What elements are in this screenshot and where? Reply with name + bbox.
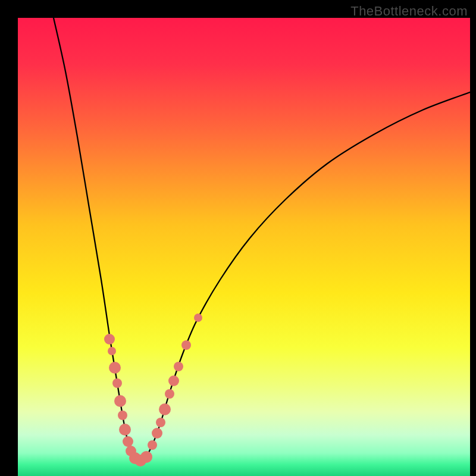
data-dot (119, 424, 131, 436)
curve-layer (18, 18, 470, 476)
data-dot (112, 378, 122, 388)
data-dot (168, 375, 179, 386)
bottleneck-curve (54, 18, 470, 462)
data-dot (181, 340, 191, 350)
data-dot (148, 440, 157, 450)
data-dot (174, 362, 183, 371)
data-dot (159, 403, 171, 415)
data-dot (152, 428, 162, 439)
data-dot (108, 347, 116, 355)
data-dot (194, 314, 202, 322)
data-dot (165, 389, 174, 399)
data-dot (140, 451, 152, 463)
chart-container: TheBottleneck.com (0, 0, 476, 476)
plot-area (18, 18, 470, 476)
watermark-text: TheBottleneck.com (350, 4, 468, 19)
data-dot (123, 436, 133, 447)
data-dot (104, 334, 115, 345)
data-dot (156, 418, 165, 427)
data-dot (118, 411, 127, 420)
data-dot (109, 362, 121, 374)
data-dot (114, 395, 126, 407)
